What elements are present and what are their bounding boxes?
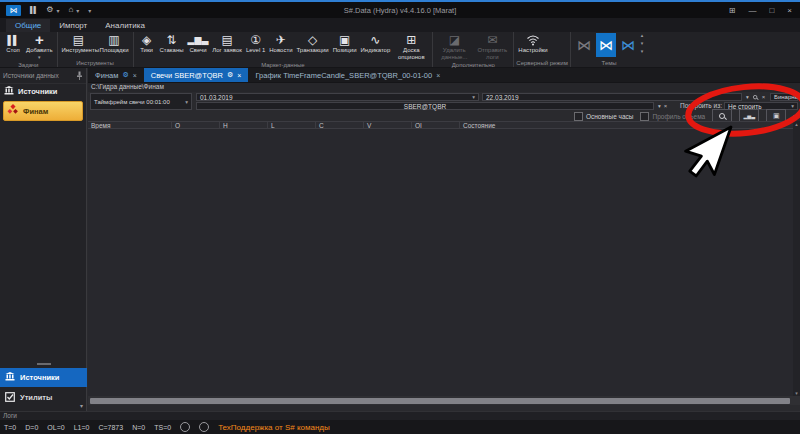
scroll-up-icon[interactable]: ▴ xyxy=(795,121,798,127)
support-link[interactable]: ТехПоддержка от S# команды xyxy=(218,423,330,432)
tree-group-sources[interactable]: Источники xyxy=(0,84,86,99)
source-item-finam-selected[interactable]: Финам xyxy=(3,101,83,121)
sources-group-icon xyxy=(4,86,14,97)
ticks-button[interactable]: ◈ Тики xyxy=(136,32,158,55)
checkbox-icon xyxy=(574,112,583,121)
chevron-down-icon[interactable]: ▾ xyxy=(658,103,661,109)
minimize-button[interactable]: — xyxy=(748,6,756,15)
clear-icon[interactable]: × xyxy=(762,94,766,100)
export-dropdown-caret-icon[interactable]: ▾ xyxy=(793,113,796,119)
home-button[interactable]: ⌂ xyxy=(68,5,73,15)
pin-icon[interactable] xyxy=(76,71,83,81)
scroll-up-icon[interactable]: ▴ xyxy=(641,32,644,38)
add-button[interactable]: + Добавить ▾ xyxy=(24,32,55,61)
candles-icon: ▂▆▃ xyxy=(188,33,209,47)
indicator-button[interactable]: ∿ Индикатор xyxy=(359,32,393,55)
tab-finam-label: Финам xyxy=(95,71,118,80)
close-button[interactable]: × xyxy=(787,6,792,15)
candles-table-body[interactable] xyxy=(88,129,793,396)
main-hours-checkbox[interactable]: Основные часы xyxy=(574,112,634,121)
status-transactions-count: TS=0 xyxy=(154,424,171,431)
date-to-picker[interactable]: 22.03.2019 xyxy=(482,93,742,101)
settings-gear-button[interactable]: ⚙ xyxy=(46,5,53,15)
theme-blue-selected-tile[interactable]: ⋈ xyxy=(596,33,616,57)
storage-format-select[interactable]: Бинарный ▾ xyxy=(770,93,798,101)
column-state[interactable]: Состояние xyxy=(460,122,530,128)
option-board-button[interactable]: ⊞ Доска опционов xyxy=(392,32,430,61)
nav-collapse-caret-icon[interactable]: ▾ xyxy=(80,402,83,409)
frame-icon: ▣ xyxy=(339,33,350,47)
tab-chart-timeframecandle[interactable]: График TimeFrameCandle_SBER@TQBR_00-01-0… xyxy=(248,68,447,82)
orderlog-button[interactable]: ▤ Лог заявок xyxy=(210,32,244,55)
theme-dark-gray-tile[interactable]: ⋈ xyxy=(574,33,594,57)
tab-gear-icon[interactable]: ⚙ xyxy=(227,71,233,79)
chevron-down-icon: ▾ xyxy=(185,99,188,105)
column-oi[interactable]: OI xyxy=(412,122,460,128)
scroll-down-icon[interactable]: ▾ xyxy=(641,40,644,46)
gear-dropdown-caret-icon[interactable]: ▾ xyxy=(56,7,59,14)
send-logs-button[interactable]: ✉ Отправить логи xyxy=(473,32,511,61)
column-time[interactable]: Время xyxy=(88,122,172,128)
sidebar-nav-sources[interactable]: Источники xyxy=(0,368,87,387)
logs-panel-header[interactable]: Логи xyxy=(0,411,800,420)
ribbon-tab-analytics[interactable]: Аналитика xyxy=(96,19,154,32)
layout-grid-button[interactable]: ⊞ xyxy=(729,6,736,15)
security-value: SBER@TQBR xyxy=(404,103,446,110)
tab-gear-icon[interactable]: ⚙ xyxy=(122,71,128,79)
level1-button[interactable]: ① Level 1 xyxy=(244,32,267,55)
date-to-value: 22.03.2019 xyxy=(486,94,519,101)
column-close[interactable]: C xyxy=(316,122,364,128)
stop-button[interactable]: ▌▌ Стоп xyxy=(2,32,24,55)
tab-finam[interactable]: Финам ⚙ × xyxy=(88,68,144,82)
tab-close-icon[interactable]: × xyxy=(237,72,241,79)
ribbon-tab-bar: Общие Импорт Аналитика xyxy=(0,18,800,32)
security-field[interactable]: SBER@TQBR xyxy=(196,102,654,110)
main-hours-label: Основные часы xyxy=(586,113,634,120)
pause-button[interactable]: ▌▌ xyxy=(30,5,37,15)
status-clock-icon[interactable] xyxy=(180,422,190,432)
timeframe-select[interactable]: Таймфрейм свечи 00:01:00 ▾ xyxy=(90,93,192,110)
theme-menu-caret-icon[interactable]: ▾ xyxy=(641,48,644,54)
qat-customize-caret-icon[interactable]: ▾ xyxy=(88,7,91,14)
column-high[interactable]: H xyxy=(220,122,268,128)
group-label-server-mode: Серверный режим xyxy=(516,59,568,67)
sidebar-nav-utilities[interactable]: Утилиты xyxy=(0,388,87,407)
ribbon-tab-import[interactable]: Импорт xyxy=(50,19,96,32)
positions-button[interactable]: ▣ Позиции xyxy=(331,32,359,55)
home-dropdown-caret-icon[interactable]: ▾ xyxy=(76,7,79,14)
delete-data-button[interactable]: ◪ Удалить данные... xyxy=(435,32,473,61)
status-bar: T=0 D=0 OL=0 L1=0 C=7873 N=0 TS=0 ТехПод… xyxy=(0,420,800,434)
volume-profile-checkbox[interactable]: Профиль объема xyxy=(640,112,705,121)
tab-candles-sber[interactable]: Свечи SBER@TQBR ⚙ × xyxy=(144,68,249,82)
instruments-label: Инструменты xyxy=(62,47,96,54)
transactions-button[interactable]: ◇ Транзакции xyxy=(295,32,331,55)
tab-close-icon[interactable]: × xyxy=(133,72,137,79)
news-button[interactable]: ✈ Новости xyxy=(267,32,294,55)
option-board-label: Доска опционов xyxy=(394,47,428,60)
exchanges-button[interactable]: ▥ Площадки xyxy=(98,32,131,55)
horizontal-scrollbar[interactable] xyxy=(88,396,800,405)
column-low[interactable]: L xyxy=(268,122,316,128)
status-info-icon[interactable] xyxy=(199,422,209,432)
candles-button[interactable]: ▂▆▃ Свечи xyxy=(186,32,211,55)
clear-icon[interactable]: × xyxy=(664,103,668,109)
eraser-icon: ◪ xyxy=(449,33,460,47)
orderbooks-button[interactable]: ⇅ Стаканы xyxy=(158,32,186,55)
instruments-button[interactable]: ▤ Инструменты xyxy=(60,32,98,55)
column-open[interactable]: O xyxy=(172,122,220,128)
splitter-handle[interactable] xyxy=(0,360,87,368)
theme-dark-blue-tile[interactable]: ⋈ xyxy=(618,33,638,57)
restore-button[interactable]: □ xyxy=(769,6,774,15)
search-icon[interactable] xyxy=(752,94,758,100)
document-icon: ▤ xyxy=(73,33,84,47)
nav-sources-label: Источники xyxy=(20,373,59,382)
chevron-down-icon[interactable]: ▾ xyxy=(746,94,749,100)
build-from-select[interactable]: Не строить ▾ xyxy=(724,102,798,110)
vertical-scrollbar[interactable]: ▴ ▾ xyxy=(793,121,800,396)
server-settings-button[interactable]: Настройки xyxy=(516,32,549,55)
horizontal-scroll-thumb[interactable] xyxy=(90,398,790,404)
date-from-picker[interactable]: 01.03.2019 ▾ xyxy=(196,93,479,101)
column-volume[interactable]: V xyxy=(364,122,412,128)
transactions-label: Транзакции xyxy=(297,47,329,54)
tab-close-icon[interactable]: × xyxy=(436,72,440,79)
